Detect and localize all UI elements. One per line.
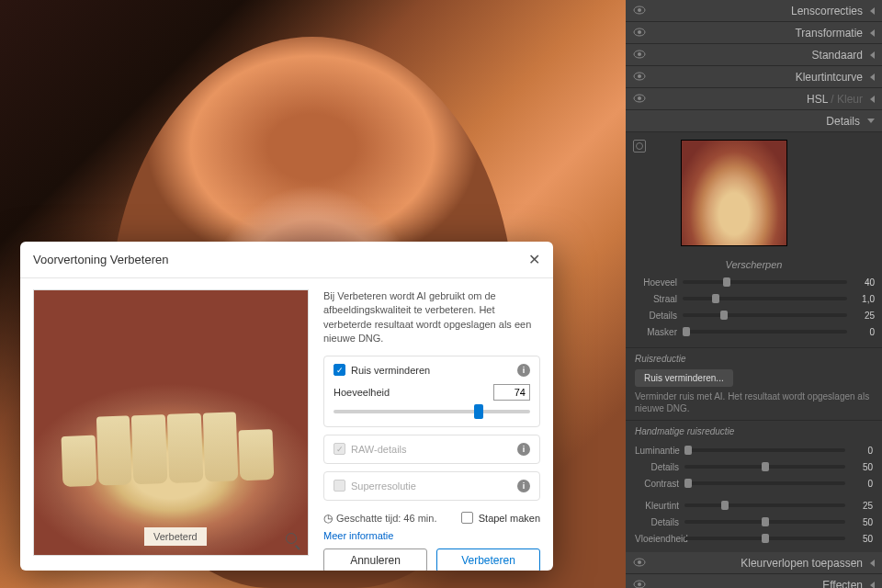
panel-label: Kleurverlopen toepassen	[741, 557, 863, 570]
svg-point-5	[638, 52, 641, 56]
info-icon[interactable]: i	[517, 480, 530, 492]
slider-color-smooth[interactable]: Vloeiendheid50	[635, 530, 873, 547]
visibility-eye-icon[interactable]	[633, 28, 646, 39]
slider-mask[interactable]: Masker0	[633, 323, 875, 340]
visibility-eye-icon[interactable]	[633, 72, 646, 83]
visibility-eye-icon[interactable]	[633, 94, 646, 105]
section-label: Handmatige ruisreductie	[635, 426, 734, 436]
denoise-checkbox[interactable]: ✓Ruis verminderen	[334, 364, 430, 376]
estimated-time: Geschatte tijd: 46 min.	[323, 512, 436, 525]
slider-luminance[interactable]: Luminantie0	[635, 442, 873, 458]
denoise-button[interactable]: Ruis verminderen...	[635, 369, 733, 387]
chevron-left-icon	[870, 74, 875, 81]
visibility-eye-icon[interactable]	[633, 580, 646, 589]
chevron-left-icon	[870, 7, 875, 15]
svg-point-11	[638, 560, 641, 564]
visibility-eye-icon[interactable]	[633, 6, 646, 17]
info-icon[interactable]: i	[517, 443, 530, 456]
amount-input[interactable]	[493, 384, 530, 401]
dialog-title: Voorvertoning Verbeteren	[33, 253, 168, 266]
chevron-left-icon	[870, 582, 875, 589]
slider-color[interactable]: Kleurtint25	[635, 497, 873, 514]
panel-label: Details	[826, 115, 860, 128]
panel-label: Kleurtintcurve	[796, 71, 863, 84]
timer-icon	[323, 512, 333, 525]
enhance-button[interactable]: Verbeteren	[436, 548, 540, 571]
amount-label: Hoeveelheid	[334, 387, 390, 398]
panel-transform[interactable]: Transformatie	[626, 22, 882, 44]
zoom-icon[interactable]	[286, 533, 300, 548]
chevron-down-icon	[867, 119, 875, 123]
target-picker-icon[interactable]	[633, 140, 646, 153]
slider-detail[interactable]: Details25	[633, 307, 875, 323]
details-panel-body: Verscherpen Hoeveel40 Straal1,0 Details2…	[626, 132, 882, 347]
panel-label: Lenscorrecties	[791, 5, 863, 17]
noise-reduction-section: Ruisreductie Ruis verminderen... Vermind…	[626, 347, 882, 420]
section-note: Verminder ruis met AI. Het resultaat wor…	[635, 390, 873, 414]
denoise-group: ✓Ruis verminderen i Hoeveelheid	[323, 356, 540, 427]
close-icon[interactable]: ✕	[528, 251, 540, 268]
slider-color-detail[interactable]: Details50	[635, 514, 873, 530]
panel-details[interactable]: Details	[626, 110, 882, 132]
visibility-eye-icon[interactable]	[633, 50, 646, 61]
section-label: Ruisreductie	[635, 354, 873, 364]
panel-gradients[interactable]: Kleurverlopen toepassen	[626, 552, 882, 574]
svg-point-13	[638, 582, 641, 586]
detail-thumbnail[interactable]	[681, 140, 787, 246]
develop-sidebar: Lenscorrecties Transformatie Standaard K…	[626, 0, 882, 588]
svg-point-7	[638, 74, 641, 78]
chevron-left-icon	[870, 96, 875, 103]
panel-standard[interactable]: Standaard	[626, 44, 882, 66]
sharpen-header: Verscherpen	[633, 259, 875, 270]
amount-slider[interactable]	[334, 404, 530, 419]
panel-tone-curve[interactable]: Kleurtintcurve	[626, 66, 882, 88]
info-icon[interactable]: i	[517, 364, 530, 377]
raw-details-group: ✓RAW-details i	[323, 435, 540, 464]
svg-point-9	[638, 96, 641, 100]
enhanced-badge: Verbeterd	[144, 527, 207, 546]
manual-noise-section: Handmatige ruisreductie Luminantie0 Deta…	[626, 420, 882, 552]
slider-radius[interactable]: Straal1,0	[633, 290, 875, 307]
svg-point-3	[638, 30, 641, 34]
slider-lum-contrast: Contrast0	[635, 475, 873, 492]
panel-lens-corrections[interactable]: Lenscorrecties	[626, 0, 882, 22]
chevron-left-icon	[870, 51, 875, 59]
chevron-left-icon	[870, 29, 875, 37]
slider-amount[interactable]: Hoeveel40	[633, 274, 875, 290]
chevron-left-icon	[870, 560, 875, 567]
panel-label: HSL / Kleur	[807, 93, 863, 106]
cancel-button[interactable]: Annuleren	[323, 548, 427, 571]
dialog-header: Voorvertoning Verbeteren ✕	[20, 242, 553, 278]
dialog-description: Bij Verbeteren wordt AI gebruikt om de a…	[323, 289, 540, 346]
panel-label: Effecten	[822, 579, 863, 589]
panel-effects[interactable]: Effecten	[626, 574, 882, 588]
raw-details-checkbox: ✓RAW-details	[334, 443, 407, 455]
panel-label: Transformatie	[795, 27, 863, 40]
panel-hsl[interactable]: HSL / Kleur	[626, 88, 882, 110]
enhance-preview-dialog: Voorvertoning Verbeteren ✕ Verbeterd Bij…	[20, 242, 553, 571]
more-info-link[interactable]: Meer informatie	[323, 530, 540, 541]
panel-label: Standaard	[812, 49, 863, 62]
preview-image[interactable]: Verbeterd	[33, 289, 309, 556]
svg-point-1	[638, 8, 641, 12]
slider-lum-detail: Details50	[635, 458, 873, 475]
super-resolution-group: Superresolutie i	[323, 471, 540, 501]
stack-checkbox[interactable]: Stapel maken	[461, 512, 540, 524]
super-resolution-checkbox: Superresolutie	[334, 480, 416, 492]
visibility-eye-icon[interactable]	[633, 558, 646, 569]
